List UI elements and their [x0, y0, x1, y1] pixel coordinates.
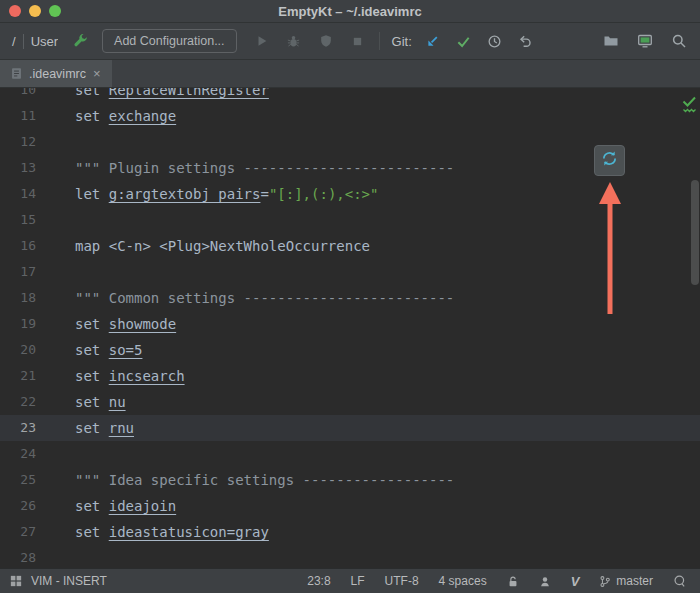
- code-text: [66, 441, 75, 467]
- file-icon: [10, 67, 23, 80]
- editor-tab-bar: .ideavimrc ×: [0, 60, 700, 88]
- scrollbar-thumb[interactable]: [691, 180, 699, 285]
- code-line-19[interactable]: 19set showmode: [0, 311, 700, 337]
- line-number: 24: [0, 441, 66, 467]
- code-line-17[interactable]: 17: [0, 259, 700, 285]
- tab-close-icon[interactable]: ×: [92, 67, 102, 80]
- add-configuration-button[interactable]: Add Configuration...: [102, 29, 237, 53]
- line-number: 20: [0, 337, 66, 363]
- line-number: 28: [0, 545, 66, 568]
- code-line-26[interactable]: 26set ideajoin: [0, 493, 700, 519]
- line-number: 12: [0, 129, 66, 155]
- code-line-14[interactable]: 14let g:argtextobj_pairs="[:],(:),<:>": [0, 181, 700, 207]
- tab-label: .ideavimrc: [29, 67, 86, 81]
- code-line-11[interactable]: 11set exchange: [0, 103, 700, 129]
- minimize-window-button[interactable]: [29, 5, 41, 17]
- line-number: 21: [0, 363, 66, 389]
- line-number: 22: [0, 389, 66, 415]
- line-number: 10: [0, 88, 66, 103]
- line-number: 15: [0, 207, 66, 233]
- code-text: set ideajoin: [66, 493, 176, 519]
- annotation-arrow: [598, 182, 622, 316]
- ideavim-icon[interactable]: V: [571, 574, 580, 589]
- history-icon[interactable]: [486, 32, 504, 50]
- vcs-controls: [424, 32, 535, 50]
- inspections-status-icon[interactable]: [682, 96, 697, 117]
- line-number: 23: [0, 415, 66, 441]
- code-line-15[interactable]: 15: [0, 207, 700, 233]
- line-number: 13: [0, 155, 66, 181]
- code-text: let g:argtextobj_pairs="[:],(:),<:>": [66, 181, 378, 207]
- notifications-icon[interactable]: [673, 574, 686, 588]
- code-text: set ReplaceWithRegister: [66, 88, 269, 103]
- code-text: """ Common settings --------------------…: [66, 285, 454, 311]
- main-toolbar: / User Add Configuration... Git:: [0, 23, 700, 60]
- traffic-lights: [9, 5, 61, 17]
- code-line-18[interactable]: 18""" Common settings ------------------…: [0, 285, 700, 311]
- encoding-widget[interactable]: UTF-8: [385, 574, 419, 588]
- update-project-icon[interactable]: [424, 32, 442, 50]
- code-line-20[interactable]: 20set so=5: [0, 337, 700, 363]
- line-number: 27: [0, 519, 66, 545]
- vim-mode-indicator: VIM - INSERT: [31, 574, 107, 588]
- code-text: set so=5: [66, 337, 142, 363]
- line-number: 19: [0, 311, 66, 337]
- code-line-16[interactable]: 16map <C-n> <Plug>NextWholeOccurrence: [0, 233, 700, 259]
- code-text: [66, 129, 75, 155]
- title-bar: EmptyKt – ~/.ideavimrc: [0, 0, 700, 23]
- code-text: set incsearch: [66, 363, 185, 389]
- code-line-27[interactable]: 27set ideastatusicon=gray: [0, 519, 700, 545]
- code-text: """ Idea specific settings -------------…: [66, 467, 454, 493]
- code-text: map <C-n> <Plug>NextWholeOccurrence: [66, 233, 370, 259]
- ide-window: EmptyKt – ~/.ideavimrc / User Add Config…: [0, 0, 700, 593]
- code-line-21[interactable]: 21set incsearch: [0, 363, 700, 389]
- lock-icon[interactable]: [507, 575, 519, 588]
- line-number: 11: [0, 103, 66, 129]
- zoom-window-button[interactable]: [49, 5, 61, 17]
- code-text: [66, 545, 75, 568]
- breadcrumb-item-users[interactable]: User: [31, 34, 58, 49]
- line-number: 17: [0, 259, 66, 285]
- breadcrumb-root[interactable]: /: [12, 34, 16, 49]
- refresh-icon: [601, 150, 618, 171]
- commit-icon[interactable]: [455, 32, 473, 50]
- code-line-10[interactable]: 10set ReplaceWithRegister: [0, 88, 700, 103]
- caret-position-widget[interactable]: 23:8: [307, 574, 330, 588]
- stop-icon[interactable]: [349, 32, 367, 50]
- run-icon[interactable]: [253, 32, 271, 50]
- code-line-24[interactable]: 24: [0, 441, 700, 467]
- code-line-25[interactable]: 25""" Idea specific settings -----------…: [0, 467, 700, 493]
- tab-ideavimrc[interactable]: .ideavimrc ×: [0, 60, 112, 87]
- coverage-icon[interactable]: [317, 32, 335, 50]
- code-text: set showmode: [66, 311, 176, 337]
- line-separator-widget[interactable]: LF: [351, 574, 365, 588]
- status-bar: VIM - INSERT 23:8 LF UTF-8 4 spaces V ma…: [0, 568, 700, 593]
- code-text: [66, 259, 75, 285]
- reload-ideavimrc-button[interactable]: [594, 145, 625, 176]
- debug-icon[interactable]: [285, 32, 303, 50]
- branch-icon: [599, 575, 611, 588]
- project-folder-icon[interactable]: [602, 32, 620, 50]
- highlighting-level-icon[interactable]: [539, 575, 551, 588]
- rollback-icon[interactable]: [517, 32, 535, 50]
- git-branch-widget[interactable]: master: [599, 574, 653, 588]
- search-everywhere-icon[interactable]: [670, 32, 688, 50]
- git-label: Git:: [392, 34, 412, 49]
- editor[interactable]: 10set ReplaceWithRegister11set exchange1…: [0, 88, 700, 568]
- line-number: 25: [0, 467, 66, 493]
- line-number: 18: [0, 285, 66, 311]
- code-text: set nu: [66, 389, 126, 415]
- close-window-button[interactable]: [9, 5, 21, 17]
- tools-wrench-icon[interactable]: [72, 32, 90, 50]
- branch-name: master: [616, 574, 653, 588]
- toolbar-divider: [379, 32, 380, 50]
- code-text: [66, 207, 75, 233]
- monitor-icon[interactable]: [636, 32, 654, 50]
- indent-widget[interactable]: 4 spaces: [439, 574, 487, 588]
- code-line-28[interactable]: 28: [0, 545, 700, 568]
- code-line-23[interactable]: 23set rnu: [0, 415, 700, 441]
- code-line-22[interactable]: 22set nu: [0, 389, 700, 415]
- toolwindow-switcher-icon[interactable]: [10, 575, 22, 587]
- line-number: 14: [0, 181, 66, 207]
- breadcrumb-separator: [23, 34, 24, 49]
